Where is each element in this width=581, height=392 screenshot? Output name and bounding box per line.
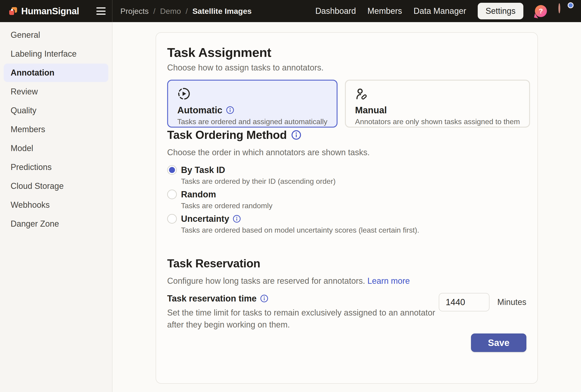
random-label[interactable]: Random bbox=[181, 189, 216, 200]
sidebar-item-webhooks[interactable]: Webhooks bbox=[4, 196, 108, 214]
page-layout: General Labeling Interface Annotation Re… bbox=[0, 22, 581, 392]
task-ordering-title: Task Ordering Method bbox=[167, 128, 526, 142]
radio-uncertainty[interactable] bbox=[167, 214, 177, 224]
info-circle-icon[interactable] bbox=[292, 130, 301, 140]
ordering-option-random: Random Tasks are ordered randomly bbox=[167, 189, 526, 210]
automatic-option-title: Automatic bbox=[177, 105, 328, 116]
radio-random[interactable] bbox=[167, 190, 177, 199]
by-task-id-label[interactable]: By Task ID bbox=[181, 165, 225, 176]
nav-data-manager[interactable]: Data Manager bbox=[414, 6, 466, 16]
sidebar-item-review[interactable]: Review bbox=[4, 82, 108, 101]
uncertainty-label[interactable]: Uncertainty bbox=[181, 213, 241, 224]
brand-area: HumanSignal bbox=[0, 0, 112, 22]
info-circle-icon[interactable] bbox=[260, 295, 268, 302]
task-assignment-title: Task Assignment bbox=[167, 45, 526, 60]
nav-members[interactable]: Members bbox=[368, 6, 402, 16]
settings-sidebar: General Labeling Interface Annotation Re… bbox=[0, 22, 112, 392]
nav-settings-active[interactable]: Settings bbox=[478, 3, 523, 19]
breadcrumb-projects[interactable]: Projects bbox=[120, 7, 149, 16]
task-assignment-description: Choose how to assign tasks to annotators… bbox=[167, 62, 526, 73]
reservation-time-help: Set the time limit for tasks to remain e… bbox=[167, 307, 439, 331]
main-content: Task Assignment Choose how to assign tas… bbox=[112, 22, 581, 392]
ordering-option-uncertainty: Uncertainty Tasks are ordered based on m… bbox=[167, 213, 526, 235]
assignment-option-automatic[interactable]: Automatic Tasks are ordered and assigned… bbox=[167, 80, 338, 128]
top-bar: HumanSignal Projects / Demo / Satellite … bbox=[0, 0, 581, 22]
info-circle-icon[interactable] bbox=[233, 215, 241, 223]
task-ordering-description: Choose the order in which annotators are… bbox=[167, 147, 526, 158]
top-navigation: Dashboard Members Data Manager Settings … bbox=[316, 3, 581, 19]
uncertainty-description: Tasks are ordered based on model uncerta… bbox=[181, 225, 526, 235]
sidebar-item-general[interactable]: General bbox=[4, 26, 108, 44]
reservation-time-unit: Minutes bbox=[497, 297, 526, 307]
sidebar-item-danger-zone[interactable]: Danger Zone bbox=[4, 215, 108, 233]
sidebar-item-model[interactable]: Model bbox=[4, 139, 108, 158]
by-task-id-description: Tasks are ordered by their ID (ascending… bbox=[181, 177, 526, 186]
random-description: Tasks are ordered randomly bbox=[181, 201, 526, 210]
radio-by-task-id[interactable] bbox=[167, 165, 177, 175]
app-root: HumanSignal Projects / Demo / Satellite … bbox=[0, 0, 581, 392]
sidebar-item-annotation[interactable]: Annotation bbox=[4, 64, 108, 82]
logo-notch bbox=[11, 9, 13, 11]
breadcrumb-current-project: Satellite Images bbox=[192, 7, 252, 16]
user-edit-icon bbox=[355, 87, 520, 101]
breadcrumb-separator: / bbox=[186, 7, 188, 16]
sidebar-item-cloud-storage[interactable]: Cloud Storage bbox=[4, 177, 108, 195]
breadcrumb-workspace[interactable]: Demo bbox=[160, 7, 181, 16]
reservation-time-input[interactable] bbox=[439, 293, 490, 311]
assignment-option-manual[interactable]: Manual Annotators are only shown tasks a… bbox=[345, 80, 530, 128]
reservation-time-input-group: Minutes bbox=[439, 293, 526, 311]
autoplay-circle-icon bbox=[177, 87, 328, 101]
manual-option-description: Annotators are only shown tasks assigned… bbox=[355, 117, 520, 126]
sidebar-item-quality[interactable]: Quality bbox=[4, 101, 108, 120]
automatic-option-description: Tasks are ordered and assigned automatic… bbox=[177, 117, 328, 126]
breadcrumb-separator: / bbox=[153, 7, 156, 16]
user-avatar-wrap bbox=[558, 4, 572, 18]
reservation-time-text: Task reservation time Set the time limit… bbox=[167, 293, 439, 331]
ordering-radio-group: By Task ID Tasks are ordered by their ID… bbox=[167, 165, 526, 235]
help-bubble-icon[interactable]: ? bbox=[535, 5, 547, 17]
task-reservation-description: Configure how long tasks are reserved fo… bbox=[167, 275, 526, 287]
user-avatar[interactable] bbox=[558, 3, 560, 13]
save-button[interactable]: Save bbox=[471, 334, 526, 352]
notification-dot-icon bbox=[568, 2, 574, 8]
save-row: Save bbox=[167, 334, 526, 352]
manual-option-title: Manual bbox=[355, 105, 520, 116]
brand-name[interactable]: HumanSignal bbox=[21, 6, 79, 16]
task-reservation-title: Task Reservation bbox=[167, 256, 526, 271]
humansignal-logo-icon[interactable] bbox=[9, 7, 17, 15]
sidebar-item-predictions[interactable]: Predictions bbox=[4, 158, 108, 177]
assignment-options: Automatic Tasks are ordered and assigned… bbox=[167, 80, 526, 128]
sidebar-item-members[interactable]: Members bbox=[4, 120, 108, 139]
reservation-time-row: Task reservation time Set the time limit… bbox=[167, 293, 526, 331]
annotation-settings-card: Task Assignment Choose how to assign tas… bbox=[156, 32, 538, 384]
reservation-time-label: Task reservation time bbox=[167, 293, 439, 304]
ordering-option-by-task-id: By Task ID Tasks are ordered by their ID… bbox=[167, 165, 526, 186]
nav-dashboard[interactable]: Dashboard bbox=[316, 6, 356, 16]
sidebar-item-labeling-interface[interactable]: Labeling Interface bbox=[4, 45, 108, 63]
hamburger-menu-icon[interactable] bbox=[96, 7, 106, 15]
learn-more-link[interactable]: Learn more bbox=[367, 276, 410, 286]
breadcrumb: Projects / Demo / Satellite Images bbox=[112, 7, 252, 16]
info-circle-icon[interactable] bbox=[226, 106, 234, 114]
